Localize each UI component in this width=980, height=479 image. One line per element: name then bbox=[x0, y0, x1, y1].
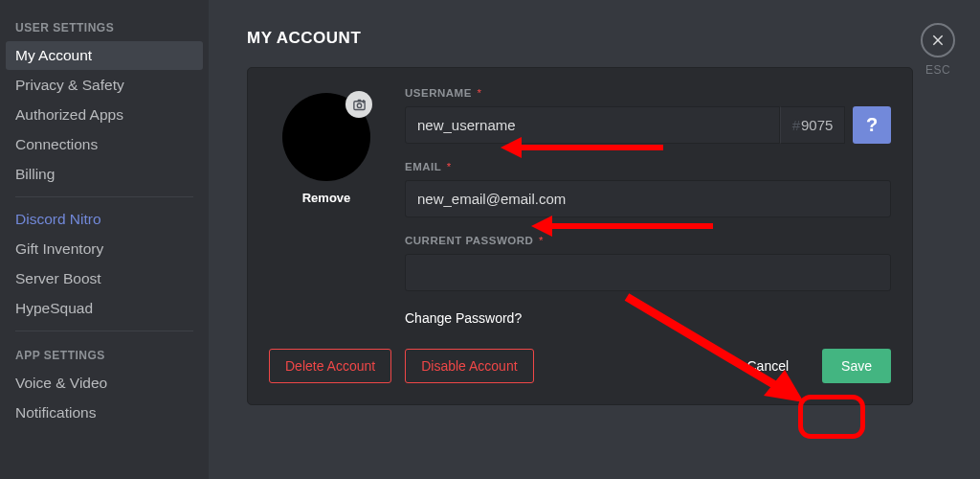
sidebar-item-label: My Account bbox=[15, 47, 92, 63]
sidebar-item-label: Connections bbox=[15, 136, 98, 152]
sidebar-item-gift-inventory[interactable]: Gift Inventory bbox=[6, 235, 203, 263]
username-input[interactable] bbox=[405, 106, 780, 144]
account-card: Remove USERNAME * #9075 ? EMAIL * CURR bbox=[247, 67, 913, 405]
sidebar-item-label: Server Boost bbox=[15, 270, 101, 286]
sidebar-item-label: Voice & Video bbox=[15, 375, 107, 391]
sidebar-item-connections[interactable]: Connections bbox=[6, 130, 203, 159]
sidebar-item-hypesquad[interactable]: HypeSquad bbox=[6, 294, 203, 323]
sidebar-item-nitro[interactable]: Discord Nitro bbox=[6, 205, 203, 234]
sidebar-item-label: HypeSquad bbox=[15, 300, 93, 316]
sidebar-item-label: Notifications bbox=[15, 404, 96, 421]
sidebar-header-app: APP SETTINGS bbox=[6, 339, 203, 368]
esc-label: ESC bbox=[921, 63, 955, 77]
username-field: USERNAME * #9075 ? bbox=[405, 87, 891, 144]
sidebar-header-user: USER SETTINGS bbox=[6, 11, 203, 40]
card-footer: Delete Account Disable Account Cancel Sa… bbox=[269, 349, 891, 383]
email-label: EMAIL * bbox=[405, 161, 891, 172]
close-wrap: ESC bbox=[921, 23, 955, 77]
avatar[interactable] bbox=[282, 93, 370, 181]
divider bbox=[15, 331, 193, 331]
page-title: MY ACCOUNT bbox=[247, 29, 913, 48]
cancel-button[interactable]: Cancel bbox=[730, 349, 805, 383]
save-button[interactable]: Save bbox=[822, 349, 891, 383]
settings-sidebar: USER SETTINGS My Account Privacy & Safet… bbox=[0, 0, 209, 479]
sidebar-item-label: Privacy & Safety bbox=[15, 77, 124, 93]
remove-avatar-link[interactable]: Remove bbox=[269, 191, 384, 205]
password-field: CURRENT PASSWORD * bbox=[405, 235, 891, 291]
password-input[interactable] bbox=[405, 254, 891, 291]
sidebar-item-notifications[interactable]: Notifications bbox=[6, 399, 203, 427]
upload-avatar-icon[interactable] bbox=[345, 91, 372, 118]
sidebar-item-label: Gift Inventory bbox=[15, 240, 103, 257]
email-field: EMAIL * bbox=[405, 161, 891, 217]
divider bbox=[15, 196, 193, 197]
email-input[interactable] bbox=[405, 180, 891, 217]
discriminator: #9075 bbox=[780, 106, 845, 144]
username-label: USERNAME * bbox=[405, 87, 891, 99]
change-password-link[interactable]: Change Password? bbox=[405, 308, 891, 328]
sidebar-item-my-account[interactable]: My Account bbox=[6, 41, 203, 70]
main-content: MY ACCOUNT Remove USERNAME * #9075 ? bbox=[209, 0, 980, 479]
close-icon bbox=[930, 33, 946, 48]
password-label: CURRENT PASSWORD * bbox=[405, 235, 891, 246]
sidebar-item-authorized-apps[interactable]: Authorized Apps bbox=[6, 101, 203, 129]
sidebar-item-label: Billing bbox=[15, 166, 55, 182]
sidebar-item-label: Authorized Apps bbox=[15, 106, 123, 123]
svg-point-1 bbox=[357, 103, 361, 106]
sidebar-item-voice-video[interactable]: Voice & Video bbox=[6, 369, 203, 398]
sidebar-item-billing[interactable]: Billing bbox=[6, 160, 203, 189]
disable-account-button[interactable]: Disable Account bbox=[405, 349, 533, 383]
delete-account-button[interactable]: Delete Account bbox=[269, 349, 391, 383]
avatar-column: Remove bbox=[269, 87, 384, 328]
sidebar-item-privacy[interactable]: Privacy & Safety bbox=[6, 71, 203, 100]
sidebar-item-label: Discord Nitro bbox=[15, 211, 101, 227]
close-button[interactable] bbox=[921, 23, 955, 57]
help-button[interactable]: ? bbox=[853, 106, 891, 144]
sidebar-item-server-boost[interactable]: Server Boost bbox=[6, 264, 203, 293]
